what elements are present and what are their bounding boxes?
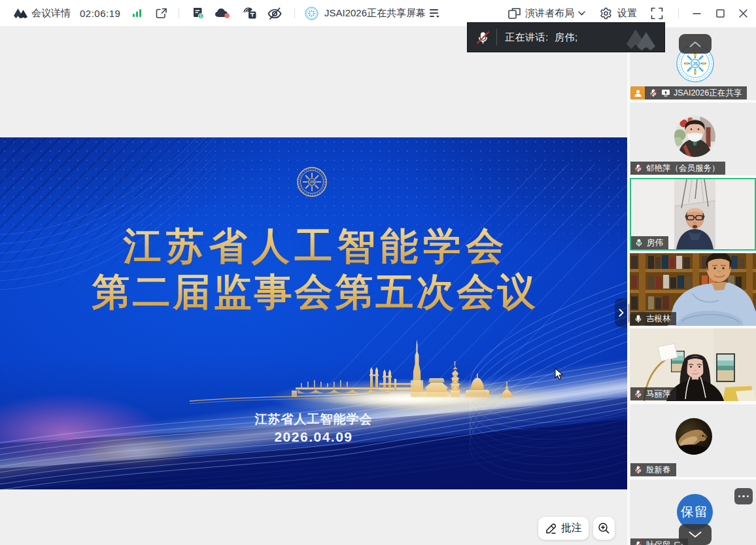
chevron-down-icon <box>689 531 702 538</box>
participant-name-label: 郁艳萍（会员服务） <box>630 162 725 175</box>
cloud-recording-button[interactable] <box>215 0 232 26</box>
participant-name: 房伟 <box>647 237 663 249</box>
meeting-window: JS 江苏省人工智能学会 第二届监事会第五次会议 江苏省人工智能学会 2026.… <box>0 0 756 545</box>
document-icon <box>192 7 205 20</box>
mic-muted-icon <box>634 389 643 398</box>
photo-avatar <box>674 116 715 157</box>
signal-bars-icon <box>132 9 143 18</box>
eye-off-icon <box>267 7 283 20</box>
zoom-in-icon <box>598 522 610 535</box>
settings-label: 设置 <box>617 7 637 20</box>
close-icon <box>739 9 747 18</box>
participant-name-label: JSAI2026正在共享 <box>645 86 747 99</box>
slide-footer-date: 2026.04.09 <box>0 429 627 445</box>
toolbar-divider <box>678 8 679 18</box>
gear-icon <box>600 7 612 20</box>
sharing-options-button[interactable] <box>429 0 440 26</box>
sidebar-scrollbar[interactable] <box>628 304 630 323</box>
participant-name-label: 马丽萍 <box>630 387 676 400</box>
participant-tile-maliping[interactable]: 马丽萍 <box>630 328 756 401</box>
chevron-up-icon <box>689 41 701 47</box>
participant-name-label: 殷新春 <box>630 463 676 476</box>
chevron-right-icon <box>619 309 624 317</box>
host-person-icon <box>634 89 642 97</box>
network-signal-icon[interactable] <box>132 0 143 26</box>
live-transcription-button[interactable] <box>243 0 257 26</box>
scroll-participants-down-button[interactable] <box>679 524 712 545</box>
mic-muted-icon <box>476 31 490 44</box>
sharer-avatar <box>305 0 318 26</box>
mic-muted-icon <box>634 465 643 474</box>
meeting-timer: 02:06:19 <box>80 0 120 26</box>
mouse-cursor <box>555 368 564 381</box>
minimize-icon <box>693 9 701 18</box>
meeting-app-icon <box>14 9 29 18</box>
photo-avatar <box>676 418 712 455</box>
hide-view-button[interactable] <box>267 0 283 26</box>
avatar-initials-text: 保留 <box>681 503 708 521</box>
participant-name: 殷新春 <box>646 465 671 476</box>
participant-name: 吉根林 <box>646 313 671 325</box>
participant-tile-jigenlin[interactable]: 吉根林 <box>630 253 756 326</box>
layout-icon <box>508 8 521 19</box>
host-badge <box>630 86 645 99</box>
participant-name: JSAI2026正在共享 <box>674 88 742 99</box>
mic-speaking-icon <box>634 238 644 247</box>
transcription-icon <box>243 7 257 20</box>
meeting-details-button[interactable]: 会议详情 <box>31 0 71 26</box>
slide-footer-org: 江苏省人工智能学会 <box>0 411 627 428</box>
list-dropdown-icon <box>429 9 440 18</box>
svg-text:JS: JS <box>693 62 698 66</box>
mic-muted-icon <box>634 164 643 173</box>
banner-watermark-logo <box>621 26 659 52</box>
toolbar-divider <box>294 8 295 18</box>
sharing-status: JSAI2026正在共享屏幕 <box>324 0 426 26</box>
cloud-icon <box>215 7 232 19</box>
annotate-label: 批注 <box>561 521 582 535</box>
participant-more-options-button[interactable] <box>734 488 753 504</box>
participant-name-label: 房伟 <box>631 236 668 249</box>
mic-on-icon <box>634 314 643 323</box>
sidebar-expand-handle[interactable] <box>615 298 627 327</box>
meeting-notes-button[interactable] <box>192 0 205 26</box>
participant-name: 叶保留 <box>646 540 671 545</box>
participant-tile-fangwei[interactable]: 房伟 <box>630 178 756 251</box>
screen-sharing-icon <box>661 89 670 97</box>
external-window-icon <box>156 8 167 19</box>
mic-muted-icon <box>649 88 658 97</box>
participants-sidebar: JS JSAI2026 <box>630 26 756 545</box>
layout-selector-label: 演讲者布局 <box>525 7 574 20</box>
app-logo-icon[interactable] <box>14 0 29 26</box>
pencil-icon <box>545 522 557 535</box>
scroll-participants-up-button[interactable] <box>679 34 712 54</box>
participant-name: 郁艳萍（会员服务） <box>646 163 720 174</box>
fullscreen-icon <box>651 7 663 20</box>
mic-muted-icon <box>634 540 643 545</box>
jsai-logo-icon <box>305 7 318 20</box>
participant-name-label: 吉根林 <box>630 312 676 325</box>
participant-name: 马丽萍 <box>646 389 671 400</box>
slide-title-line1: 江苏省人工智能学会 <box>0 221 627 272</box>
speaking-text: 正在讲话: 房伟; <box>505 31 578 44</box>
svg-text:JS: JS <box>309 180 314 184</box>
window-minimize-button[interactable] <box>688 0 705 26</box>
association-emblem: JS <box>297 167 327 197</box>
maximize-icon <box>716 9 725 18</box>
toolbar-divider <box>179 8 179 18</box>
more-dots-icon <box>738 495 741 498</box>
presentation-slide: JS 江苏省人工智能学会 第二届监事会第五次会议 江苏省人工智能学会 2026.… <box>0 137 627 489</box>
shared-screen-area: JS 江苏省人工智能学会 第二届监事会第五次会议 江苏省人工智能学会 2026.… <box>0 26 627 545</box>
zoom-in-button[interactable] <box>593 517 615 540</box>
window-maximize-button[interactable] <box>712 0 729 26</box>
annotate-button[interactable]: 批注 <box>538 517 589 540</box>
open-in-window-button[interactable] <box>156 0 167 26</box>
meeting-details-label: 会议详情 <box>31 7 71 20</box>
participant-tile-yinxinchun[interactable]: 殷新春 <box>630 404 756 477</box>
participant-tile-yuyanping[interactable]: 郁艳萍（会员服务） <box>630 103 756 175</box>
video-frame <box>674 179 715 249</box>
chevron-down-icon <box>578 11 585 16</box>
banner-divider <box>496 29 497 46</box>
slide-title-line2: 第二届监事会第五次会议 <box>0 267 627 318</box>
speaking-indicator-banner: 正在讲话: 房伟; <box>467 22 665 52</box>
window-close-button[interactable] <box>734 0 751 26</box>
